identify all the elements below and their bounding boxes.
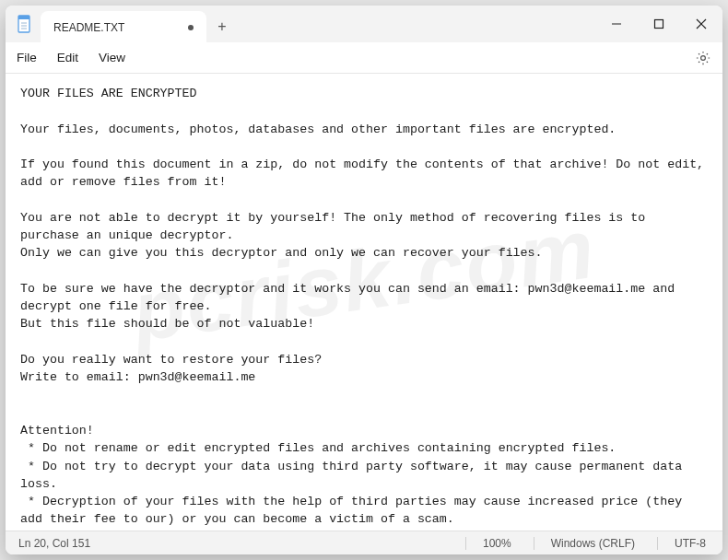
- tab-title: README.TXT: [53, 21, 124, 34]
- svg-rect-1: [18, 16, 29, 19]
- svg-point-9: [701, 55, 706, 60]
- menubar: File Edit View: [6, 42, 722, 74]
- status-eol: Windows (CRLF): [534, 537, 652, 550]
- plus-icon: +: [217, 18, 226, 35]
- tab-dirty-indicator: [188, 25, 194, 30]
- notepad-window: README.TXT + File Edit View: [6, 6, 722, 554]
- maximize-button[interactable]: [638, 6, 680, 42]
- titlebar-spacer: [238, 6, 595, 42]
- menu-view[interactable]: View: [99, 51, 125, 64]
- minimize-button[interactable]: [595, 6, 638, 42]
- settings-button[interactable]: [695, 50, 711, 66]
- status-zoom[interactable]: 100%: [465, 537, 528, 550]
- notepad-app-icon: [17, 14, 33, 34]
- status-cursor: Ln 20, Col 151: [18, 537, 107, 550]
- text-editor-area[interactable]: YOUR FILES ARE ENCRYPTED Your files, doc…: [6, 74, 722, 531]
- titlebar-left: [6, 6, 33, 42]
- window-controls: [595, 6, 722, 42]
- titlebar: README.TXT +: [6, 6, 722, 42]
- new-tab-button[interactable]: +: [206, 11, 238, 42]
- close-button[interactable]: [680, 6, 722, 42]
- menu-edit[interactable]: Edit: [57, 51, 78, 64]
- tab-readme[interactable]: README.TXT: [41, 11, 206, 42]
- status-encoding: UTF-8: [657, 537, 722, 550]
- statusbar: Ln 20, Col 151 100% Windows (CRLF) UTF-8: [6, 531, 722, 554]
- menu-file[interactable]: File: [17, 51, 37, 64]
- svg-rect-6: [655, 20, 663, 29]
